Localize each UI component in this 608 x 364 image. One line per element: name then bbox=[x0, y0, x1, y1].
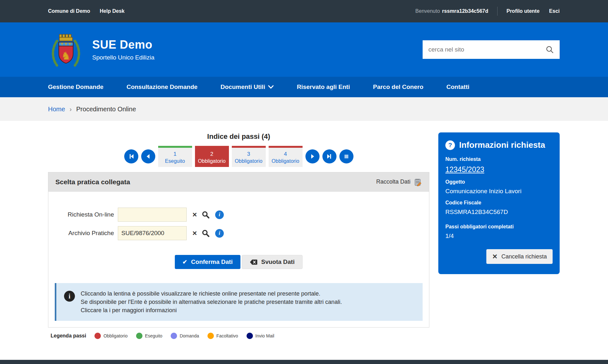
step-next-button[interactable] bbox=[305, 149, 320, 163]
navy-dot-icon bbox=[247, 333, 253, 339]
breadcrumb-home-link[interactable]: Home bbox=[48, 106, 65, 113]
main-content: Indice dei passi (4) 1 Eseguito 2 Obblig… bbox=[0, 121, 608, 360]
site-subtitle: Sportello Unico Edilizia bbox=[92, 54, 154, 61]
sidepanel-title: Informazioni richiesta bbox=[459, 140, 545, 150]
breadcrumb-separator: › bbox=[69, 106, 72, 113]
info-message-box: i Cliccando la lentina è possibile visua… bbox=[55, 283, 423, 321]
codice-fiscale-label: Codice Fiscale bbox=[445, 200, 553, 206]
backspace-icon bbox=[250, 259, 257, 265]
breadcrumb-current: Procedimento Online bbox=[76, 106, 136, 113]
site-title: SUE Demo bbox=[92, 38, 154, 51]
step-2[interactable]: 2 Obbligatorio bbox=[195, 146, 229, 167]
nav-consultazione-domande[interactable]: Consultazione Domande bbox=[126, 83, 198, 91]
topbar-link-helpdesk[interactable]: Help Desk bbox=[100, 8, 125, 14]
help-icon: ? bbox=[445, 140, 455, 150]
orange-dot-icon bbox=[207, 333, 214, 339]
search-button[interactable] bbox=[546, 45, 554, 54]
municipality-crest-logo: ♞ bbox=[48, 31, 84, 68]
magnifier-icon bbox=[201, 210, 210, 219]
skip-last-icon bbox=[327, 154, 332, 159]
nav-documenti-utili[interactable]: Documenti Utili bbox=[221, 83, 274, 91]
legend-item-facoltativo: Facoltativo bbox=[207, 333, 238, 339]
legend-title: Legenda passi bbox=[51, 333, 86, 339]
num-richiesta-link[interactable]: 12345/2023 bbox=[445, 165, 484, 174]
site-header: ♞ SUE Demo Sportello Unico Edilizia bbox=[0, 22, 608, 77]
main-navigation: Gestione Domande Consultazione Domande D… bbox=[0, 77, 608, 97]
topbar-link-comune[interactable]: Comune di Demo bbox=[48, 8, 90, 14]
nav-riservato-enti[interactable]: Riservato agli Enti bbox=[297, 83, 350, 91]
oggetto-value: Comunicazione Inizio Lavori bbox=[445, 188, 553, 195]
archivio-pratiche-label: Archivio Pratiche bbox=[48, 230, 114, 237]
richiesta-online-input[interactable] bbox=[118, 208, 187, 222]
welcome-text: Benvenuto bbox=[415, 8, 440, 14]
purple-dot-icon bbox=[171, 333, 177, 339]
site-search bbox=[423, 40, 560, 59]
linked-practice-form: Richiesta On-line × i bbox=[48, 192, 429, 240]
infobox-i-icon: i bbox=[64, 291, 75, 302]
passi-completati-label: Passi obbligatori completati bbox=[445, 224, 553, 230]
chevron-down-icon bbox=[268, 85, 274, 89]
check-icon: ✔ bbox=[182, 258, 187, 265]
info-icon[interactable]: i bbox=[215, 210, 224, 219]
info-line-1: Cliccando la lentina è possibile visuali… bbox=[81, 289, 342, 298]
skip-first-icon bbox=[128, 154, 134, 159]
search-icon bbox=[546, 45, 554, 54]
step-1[interactable]: 1 Eseguito bbox=[158, 146, 192, 167]
legend-item-invio-mail: Invio Mail bbox=[247, 333, 274, 339]
passi-completati-value: 1/4 bbox=[445, 233, 553, 240]
codice-fiscale-value: RSSMRA12B34C567D bbox=[445, 209, 553, 216]
menu-icon bbox=[344, 154, 349, 159]
magnifier-icon bbox=[201, 229, 210, 238]
info-line-2: Se disponibile per l'Ente è possibile in… bbox=[81, 298, 342, 306]
richiesta-online-row: Richiesta On-line × i bbox=[48, 208, 429, 222]
footer-top-strip bbox=[0, 360, 608, 364]
green-dot-icon bbox=[136, 333, 142, 339]
svuota-dati-button[interactable]: Svuota Dati bbox=[242, 255, 303, 269]
stepper: 1 Eseguito 2 Obbligatorio 3 Obbligatorio… bbox=[48, 146, 429, 167]
lookup-search-button[interactable] bbox=[201, 210, 210, 219]
red-dot-icon bbox=[94, 333, 101, 339]
step-3[interactable]: 3 Obbligatorio bbox=[232, 146, 266, 167]
nav-contatti[interactable]: Contatti bbox=[446, 83, 469, 91]
step-last-button[interactable] bbox=[322, 149, 336, 163]
topbar-divider bbox=[497, 7, 498, 16]
scelta-pratica-panel: Scelta pratica collegata Raccolta Dati bbox=[48, 172, 429, 328]
richiesta-online-label: Richiesta On-line bbox=[48, 211, 114, 218]
num-richiesta-label: Num. richiesta bbox=[445, 156, 553, 162]
lookup-search-button[interactable] bbox=[201, 229, 210, 238]
archivio-pratiche-row: Archivio Pratiche × i bbox=[48, 226, 429, 240]
steps-legend: Legenda passi Obbligatorio Eseguito Doma… bbox=[48, 333, 429, 339]
clear-icon[interactable]: × bbox=[192, 211, 197, 218]
archivio-pratiche-input[interactable] bbox=[118, 226, 187, 240]
logout-link[interactable]: Esci bbox=[549, 8, 560, 14]
clear-icon[interactable]: × bbox=[192, 229, 197, 237]
step-prev-button[interactable] bbox=[141, 149, 155, 163]
panel-title: Scelta pratica collegata bbox=[55, 178, 130, 186]
informazioni-richiesta-panel: ? Informazioni richiesta Num. richiesta … bbox=[438, 132, 560, 274]
cancella-richiesta-button[interactable]: ✕ Cancella richiesta bbox=[486, 249, 553, 264]
oggetto-label: Oggetto bbox=[445, 179, 553, 185]
legend-item-eseguito: Eseguito bbox=[136, 333, 162, 339]
search-input[interactable] bbox=[428, 46, 546, 53]
top-utility-bar: Comune di Demo Help Desk Benvenuto rssmr… bbox=[0, 0, 608, 22]
info-line-3: Cliccare la i per maggiori informazioni bbox=[81, 306, 342, 314]
step-first-button[interactable] bbox=[124, 149, 138, 163]
breadcrumb: Home › Procedimento Online bbox=[0, 97, 608, 121]
memo-icon bbox=[414, 178, 422, 186]
nav-parco-conero[interactable]: Parco del Conero bbox=[373, 83, 423, 91]
profile-link[interactable]: Profilo utente bbox=[507, 8, 539, 14]
legend-item-domanda: Domanda bbox=[171, 333, 199, 339]
svg-text:♞: ♞ bbox=[61, 50, 71, 62]
delete-x-icon: ✕ bbox=[492, 253, 498, 260]
nav-gestione-domande[interactable]: Gestione Domande bbox=[48, 83, 103, 91]
info-icon[interactable]: i bbox=[215, 229, 224, 238]
next-icon bbox=[310, 154, 315, 159]
raccolta-dati-action[interactable]: Raccolta Dati bbox=[376, 178, 422, 186]
username-text: rssmra12b34c567d bbox=[442, 8, 488, 14]
conferma-dati-button[interactable]: ✔ Conferma Dati bbox=[175, 255, 240, 269]
step-menu-button[interactable] bbox=[339, 149, 353, 163]
steps-index-title: Indice dei passi (4) bbox=[48, 132, 429, 141]
legend-item-obbligatorio: Obbligatorio bbox=[94, 333, 128, 339]
prev-icon bbox=[145, 154, 151, 159]
step-4[interactable]: 4 Obbligatorio bbox=[269, 146, 303, 167]
